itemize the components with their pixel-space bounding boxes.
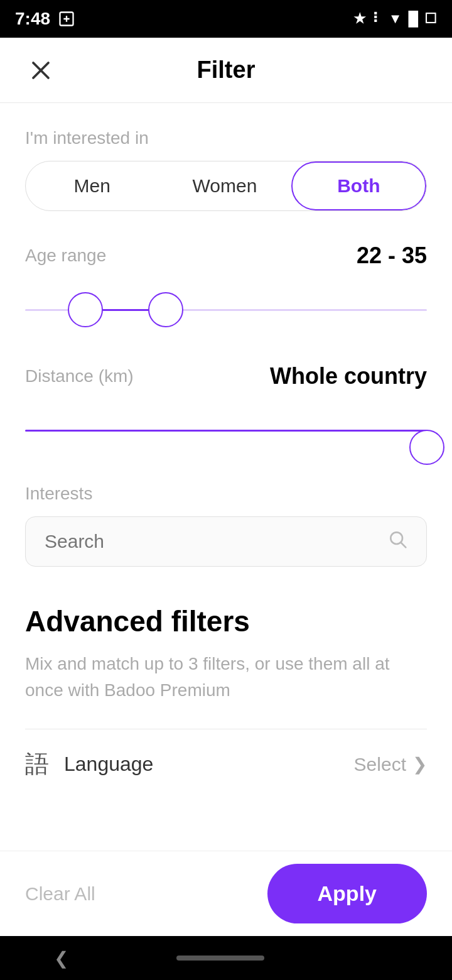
gender-selector: Men Women Both <box>25 161 427 211</box>
chevron-right-icon: ❯ <box>412 754 427 775</box>
interested-in-label: I'm interested in <box>25 128 427 148</box>
header: Filter <box>0 38 452 103</box>
distance-slider-thumb[interactable] <box>409 430 444 465</box>
interests-label: Interests <box>25 484 427 504</box>
apply-button[interactable]: Apply <box>267 864 427 923</box>
distance-label: Distance (km) <box>25 366 134 386</box>
vibrate-icon: ⠇ <box>372 11 382 27</box>
interests-section: Interests <box>25 484 427 567</box>
language-filter-name: Language <box>64 753 153 776</box>
language-select-label: Select <box>354 754 406 775</box>
svg-line-4 <box>401 543 406 547</box>
signal-icon: █ <box>408 11 418 27</box>
advanced-filters-title: Advanced filters <box>25 604 427 638</box>
age-range-label: Age range <box>25 246 106 266</box>
gender-women-button[interactable]: Women <box>158 161 291 210</box>
advanced-filters-section: Advanced filters Mix and match up to 3 f… <box>25 604 427 799</box>
interests-search-box[interactable] <box>25 516 427 567</box>
time-display: 7:48 <box>15 9 50 29</box>
age-range-value: 22 - 35 <box>357 242 427 269</box>
close-button[interactable] <box>25 55 56 86</box>
language-filter-left: 語 Language <box>25 748 153 780</box>
gender-both-button[interactable]: Both <box>291 161 426 210</box>
bluetooth-icon: ★ <box>353 11 366 27</box>
age-range-section: Age range 22 - 35 <box>25 242 427 332</box>
navigation-bar: ❮ <box>0 936 452 980</box>
page-title: Filter <box>197 57 256 84</box>
interests-search-input[interactable] <box>45 531 387 552</box>
interested-in-section: I'm interested in Men Women Both <box>25 128 427 211</box>
back-icon[interactable]: ❮ <box>54 948 68 969</box>
clear-all-button[interactable]: Clear All <box>25 883 95 905</box>
language-icon: 語 <box>25 748 49 780</box>
bottom-action-bar: Clear All Apply <box>0 851 452 936</box>
gender-men-button[interactable]: Men <box>26 161 158 210</box>
distance-slider[interactable] <box>25 408 427 452</box>
advanced-filters-description: Mix and match up to 3 filters, or use th… <box>25 651 427 704</box>
main-content: I'm interested in Men Women Both Age ran… <box>0 128 452 799</box>
language-filter-right: Select ❯ <box>354 754 427 775</box>
status-bar: 7:48 ★ ⠇ ▼ █ ☐ <box>0 0 452 38</box>
age-slider-min-thumb[interactable] <box>68 292 103 327</box>
distance-slider-track <box>25 430 427 432</box>
distance-section: Distance (km) Whole country <box>25 363 427 452</box>
language-filter-row[interactable]: 語 Language Select ❯ <box>25 729 427 799</box>
battery-icon: ☐ <box>424 11 437 27</box>
search-icon <box>387 529 407 554</box>
home-indicator[interactable] <box>176 956 264 961</box>
age-slider-max-thumb[interactable] <box>148 292 183 327</box>
age-range-slider[interactable] <box>25 288 427 332</box>
distance-value: Whole country <box>270 363 427 389</box>
wifi-icon: ▼ <box>389 11 402 27</box>
notification-icon <box>58 10 75 28</box>
